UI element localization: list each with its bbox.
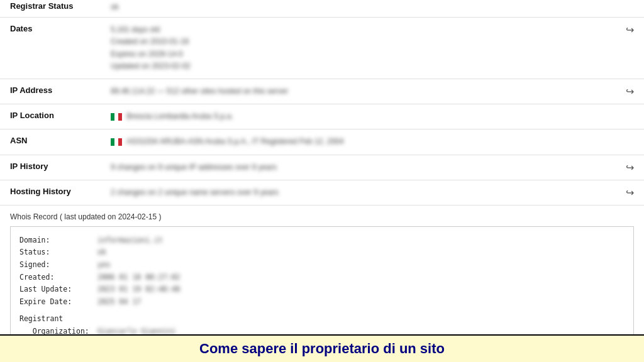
blurred-value: Brescia Lombardia Aruba S.p.a. — [126, 111, 233, 123]
table-row: IP History 9 changes on 9 unique IP addr… — [0, 155, 644, 180]
row-label: Registrar Status — [0, 0, 101, 18]
arrow-cell[interactable]: ↪ — [616, 18, 644, 79]
info-table: Registrar Status ok Dates 5,161 days old… — [0, 0, 644, 206]
blurred-value: 5,161 days old Created on 2010-01-18 Exp… — [111, 24, 191, 72]
arrow-icon: ↪ — [626, 86, 634, 97]
table-row: Hosting History 2 changes on 2 unique na… — [0, 180, 644, 205]
whois-field-domain: Domain: informazioni.it — [19, 234, 625, 247]
row-label: IP Address — [0, 79, 101, 104]
arrow-cell[interactable]: ↪ — [616, 155, 644, 180]
whois-field-expire: Expire Date: 2025 04 17 — [19, 296, 625, 309]
arrow-cell — [616, 129, 644, 155]
row-value: 9 changes on 9 unique IP addresses over … — [101, 155, 616, 180]
svg-rect-1 — [114, 113, 118, 121]
whois-registrant-header: Registrant — [19, 313, 625, 326]
blurred-value: 89.46.114.22 — 512 other sites hosted on… — [111, 85, 288, 97]
blurred-value: AS31034 ARUBA-ASN Aruba S.p.A., IT Regis… — [126, 136, 343, 148]
svg-rect-2 — [118, 113, 122, 121]
blurred-value: ok — [111, 1, 119, 13]
arrow-cell — [616, 0, 644, 18]
subtitle-banner: Come sapere il proprietario di un sito — [0, 334, 644, 362]
italy-flag-icon — [111, 138, 122, 146]
arrow-icon: ↪ — [626, 187, 634, 198]
row-value: 5,161 days old Created on 2010-01-18 Exp… — [101, 18, 616, 79]
arrow-cell[interactable]: ↪ — [616, 79, 644, 104]
row-label: IP Location — [0, 104, 101, 129]
page-wrapper: Registrar Status ok Dates 5,161 days old… — [0, 0, 644, 362]
row-label: IP History — [0, 155, 101, 180]
whois-title: Whois Record ( last updated on 2024-02-1… — [10, 212, 634, 221]
row-value: AS31034 ARUBA-ASN Aruba S.p.A., IT Regis… — [101, 129, 616, 155]
subtitle-text: Come sapere il proprietario di un sito — [199, 341, 445, 356]
table-row: Dates 5,161 days old Created on 2010-01-… — [0, 18, 644, 79]
svg-rect-4 — [114, 138, 118, 146]
whois-field-lastupdate: Last Update: 2023 01 19 02:48:48 — [19, 283, 625, 296]
table-row: Registrar Status ok — [0, 0, 644, 18]
row-label: Hosting History — [0, 180, 101, 205]
row-value: 2 changes on 2 unique name servers over … — [101, 180, 616, 205]
whois-field-created: Created: 2006 01 18 08:27:02 — [19, 272, 625, 284]
blurred-value: 9 changes on 9 unique IP addresses over … — [111, 162, 277, 173]
whois-field-status: Status: ok — [19, 246, 625, 259]
svg-rect-0 — [111, 113, 114, 121]
row-value: 89.46.114.22 — 512 other sites hosted on… — [101, 79, 616, 104]
arrow-cell — [616, 104, 644, 129]
whois-field-signed: Signed: yes — [19, 259, 625, 272]
blurred-value: 2 changes on 2 unique name servers over … — [111, 187, 279, 199]
arrow-icon: ↪ — [626, 162, 634, 173]
table-row: IP Location Brescia Lombardia Aruba S.p.… — [0, 104, 644, 129]
row-label: Dates — [0, 18, 101, 79]
row-value: ok — [101, 0, 616, 18]
table-row: ASN AS31034 ARUBA-ASN Aruba S.p.A., IT R… — [0, 129, 644, 155]
row-label: ASN — [0, 129, 101, 155]
table-row: IP Address 89.46.114.22 — 512 other site… — [0, 79, 644, 104]
italy-flag-icon — [111, 113, 122, 121]
arrow-icon: ↪ — [626, 25, 634, 35]
svg-rect-3 — [111, 138, 114, 146]
row-value: Brescia Lombardia Aruba S.p.a. — [101, 104, 616, 129]
svg-rect-5 — [118, 138, 122, 146]
arrow-cell[interactable]: ↪ — [616, 180, 644, 205]
